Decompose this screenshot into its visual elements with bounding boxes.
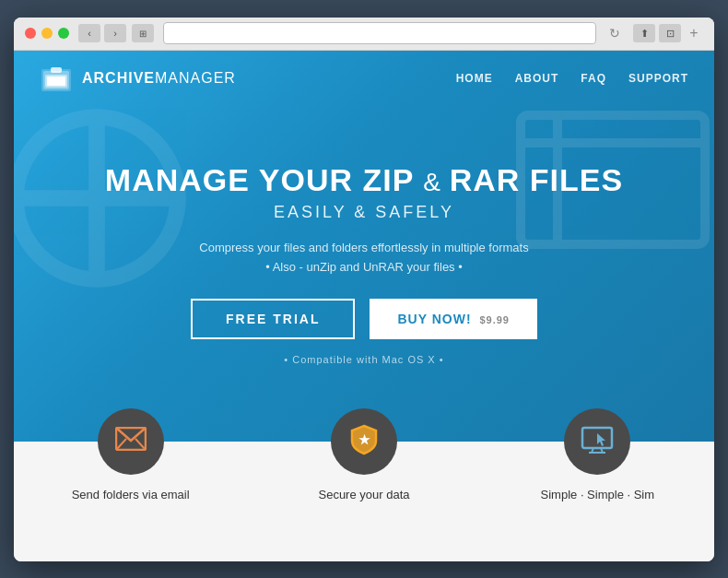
address-bar[interactable] [163,22,596,44]
maximize-button[interactable] [58,28,69,39]
refresh-button[interactable]: ↻ [605,24,624,42]
nav-faq[interactable]: FAQ [581,72,606,85]
traffic-lights [25,28,69,39]
nav-links: HOME ABOUT FAQ SUPPORT [456,72,688,85]
forward-button[interactable]: › [104,24,126,42]
feature-secure: ★ Secure your data [247,442,480,561]
nav-buttons: ‹ › [78,24,126,42]
feature-email: Send folders via email [14,442,247,561]
feature-label-secure: Secure your data [318,488,409,501]
feature-label-email: Send folders via email [72,488,190,501]
free-trial-button[interactable]: FREE TRIAL [191,299,355,339]
feature-simple: Simple · Simple · Sim [481,442,714,561]
navbar: ARCHIVEMANAGER HOME ABOUT FAQ SUPPORT [14,51,714,106]
hero-body: MANAGE YOUR ZIP & RAR FILES EASILY & SAF… [14,106,714,442]
svg-rect-9 [47,77,65,86]
browser-window: ‹ › ⊞ ↻ ⬆ ⊡ + [14,18,714,561]
minimize-button[interactable] [41,28,53,39]
features-section: Send folders via email ★ Secure your dat… [14,442,714,561]
site-content: ARCHIVEMANAGER HOME ABOUT FAQ SUPPORT MA… [14,51,714,561]
hero-section: ARCHIVEMANAGER HOME ABOUT FAQ SUPPORT MA… [14,51,714,442]
tab-button[interactable]: ⊞ [132,24,154,42]
expand-button[interactable]: ⊡ [659,24,681,42]
logo-icon [40,62,73,95]
hero-desc: Compress your files and folders effortle… [199,239,528,277]
logo-area: ARCHIVEMANAGER [40,62,236,95]
feature-label-simple: Simple · Simple · Sim [541,488,655,501]
nav-about[interactable]: ABOUT [515,72,559,85]
share-button[interactable]: ⬆ [633,24,655,42]
buy-price: $9.99 [479,314,510,325]
compat-text: • Compatible with Mac OS X • [284,354,443,365]
hero-subtitle: EASILY & SAFELY [274,203,454,222]
cta-buttons: FREE TRIAL BUY NOW! $9.99 [191,299,537,339]
buy-now-button[interactable]: BUY NOW! $9.99 [370,299,537,339]
svg-rect-10 [51,67,62,73]
new-tab-button[interactable]: + [685,24,703,42]
nav-home[interactable]: HOME [456,72,493,85]
nav-support[interactable]: SUPPORT [628,72,688,85]
logo-text: ARCHIVEMANAGER [82,70,236,87]
back-button[interactable]: ‹ [78,24,100,42]
close-button[interactable] [25,28,36,39]
hero-title: MANAGE YOUR ZIP & RAR FILES [105,163,623,197]
titlebar: ‹ › ⊞ ↻ ⬆ ⊡ + [14,18,714,51]
